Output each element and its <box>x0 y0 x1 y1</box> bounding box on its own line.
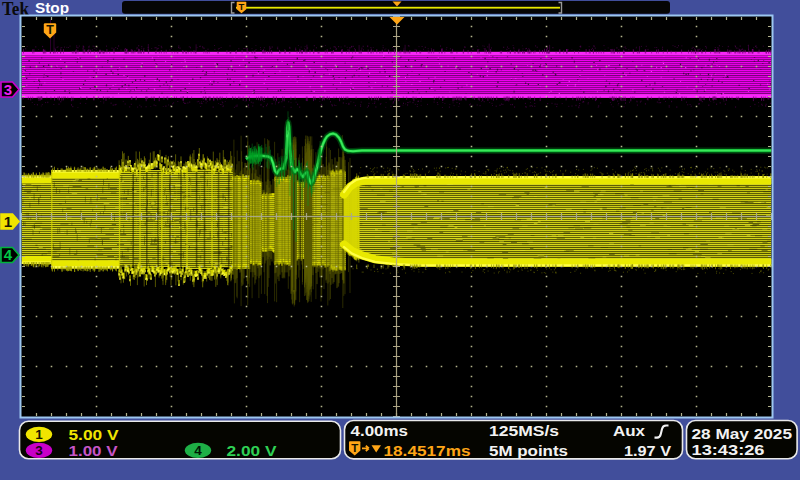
svg-text:18.4517ms: 18.4517ms <box>384 442 471 459</box>
svg-text:5.00 V: 5.00 V <box>69 426 119 443</box>
svg-text:4: 4 <box>4 246 13 263</box>
svg-text:T: T <box>239 1 245 12</box>
svg-text:1.00 V: 1.00 V <box>69 442 118 459</box>
svg-text:Aux: Aux <box>613 422 646 439</box>
svg-text:125MS/s: 125MS/s <box>489 422 559 439</box>
svg-text:1.97 V: 1.97 V <box>624 442 671 459</box>
svg-text:4.00ms: 4.00ms <box>351 422 409 439</box>
svg-text:3: 3 <box>4 81 12 98</box>
svg-text:2.00 V: 2.00 V <box>227 442 277 459</box>
svg-text:1: 1 <box>35 427 43 442</box>
svg-text:T: T <box>46 23 54 37</box>
svg-text:3: 3 <box>35 443 43 458</box>
svg-text:13:43:26: 13:43:26 <box>692 441 765 458</box>
svg-text:Stop: Stop <box>35 0 69 16</box>
svg-text:5M points: 5M points <box>489 442 568 459</box>
svg-text:1: 1 <box>4 213 12 230</box>
svg-text:28 May 2025: 28 May 2025 <box>692 425 793 442</box>
svg-text:T: T <box>351 442 358 454</box>
svg-text:4: 4 <box>194 443 202 458</box>
